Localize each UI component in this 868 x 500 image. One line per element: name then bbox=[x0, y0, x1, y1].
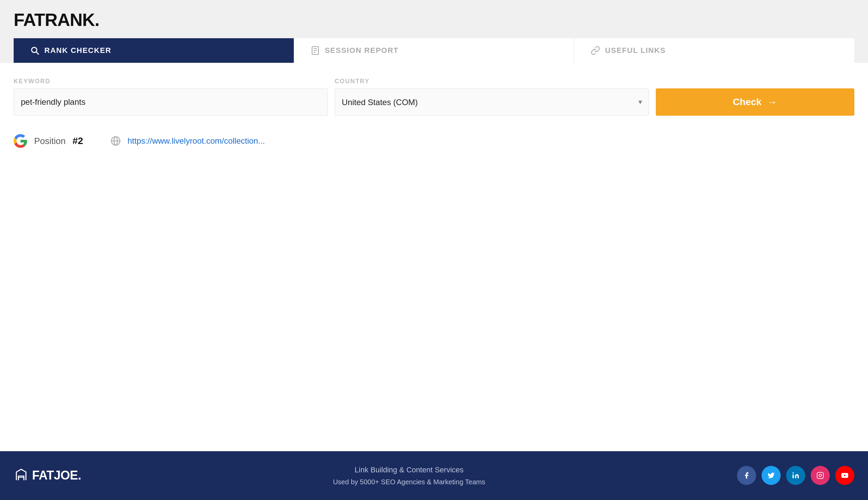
form-section: KEYWORD COUNTRY United States (COM) Unit… bbox=[14, 78, 854, 116]
keyword-input[interactable] bbox=[14, 88, 328, 116]
keyword-label: KEYWORD bbox=[14, 78, 328, 85]
country-select[interactable]: United States (COM) United Kingdom (CO.U… bbox=[335, 88, 649, 116]
tab-useful-links-label: USEFUL LINKS bbox=[605, 46, 666, 55]
keyword-field-group: KEYWORD bbox=[14, 78, 328, 116]
result-row: Position #2 https://www.livelyroot.com/c… bbox=[14, 131, 854, 151]
country-field-group: COUNTRY United States (COM) United Kingd… bbox=[335, 78, 649, 116]
social-linkedin-button[interactable] bbox=[786, 466, 805, 485]
google-logo bbox=[14, 134, 27, 148]
country-label: COUNTRY bbox=[335, 78, 649, 85]
footer-tagline2: Used by 5000+ SEO Agencies & Marketing T… bbox=[333, 476, 485, 488]
tab-rank-checker-label: RANK CHECKER bbox=[44, 46, 111, 55]
footer: FATJOE. Link Building & Content Services… bbox=[0, 451, 868, 500]
result-url[interactable]: https://www.livelyroot.com/collection... bbox=[128, 136, 265, 146]
country-select-wrapper: United States (COM) United Kingdom (CO.U… bbox=[335, 88, 649, 116]
arrow-right-icon: → bbox=[767, 96, 777, 108]
social-youtube-button[interactable] bbox=[835, 466, 854, 485]
svg-rect-12 bbox=[817, 472, 823, 478]
svg-point-11 bbox=[792, 472, 794, 474]
footer-tagline1: Link Building & Content Services bbox=[333, 464, 485, 476]
nav-tabs: RANK CHECKER SESSION REPORT USEFUL LIN bbox=[14, 38, 854, 63]
footer-socials bbox=[737, 466, 854, 485]
logo: FATRANK. bbox=[14, 10, 99, 30]
link-icon bbox=[591, 46, 600, 55]
globe-icon bbox=[111, 136, 121, 146]
social-facebook-button[interactable] bbox=[737, 466, 756, 485]
tab-session-report-label: SESSION REPORT bbox=[325, 46, 399, 55]
tab-session-report[interactable]: SESSION REPORT bbox=[294, 38, 575, 63]
tab-useful-links[interactable]: USEFUL LINKS bbox=[574, 38, 854, 63]
check-button[interactable]: Check → bbox=[656, 88, 854, 116]
fatjoe-logo-icon bbox=[14, 468, 29, 483]
svg-point-0 bbox=[32, 47, 37, 53]
footer-logo-text: FATJOE. bbox=[32, 468, 81, 482]
main-content: KEYWORD COUNTRY United States (COM) Unit… bbox=[0, 63, 868, 451]
position-label: Position bbox=[34, 136, 66, 146]
document-icon bbox=[311, 46, 320, 55]
svg-line-1 bbox=[36, 52, 39, 55]
position-number: #2 bbox=[73, 136, 83, 146]
social-twitter-button[interactable] bbox=[762, 466, 781, 485]
svg-rect-10 bbox=[792, 475, 794, 478]
header: FATRANK. RANK CHECKER SESSION REPORT bbox=[0, 0, 868, 63]
check-label: Check bbox=[733, 96, 762, 107]
social-instagram-button[interactable] bbox=[811, 466, 830, 485]
footer-taglines: Link Building & Content Services Used by… bbox=[333, 464, 485, 488]
search-icon bbox=[30, 46, 39, 55]
footer-logo: FATJOE. bbox=[14, 468, 81, 483]
tab-rank-checker[interactable]: RANK CHECKER bbox=[14, 38, 294, 63]
